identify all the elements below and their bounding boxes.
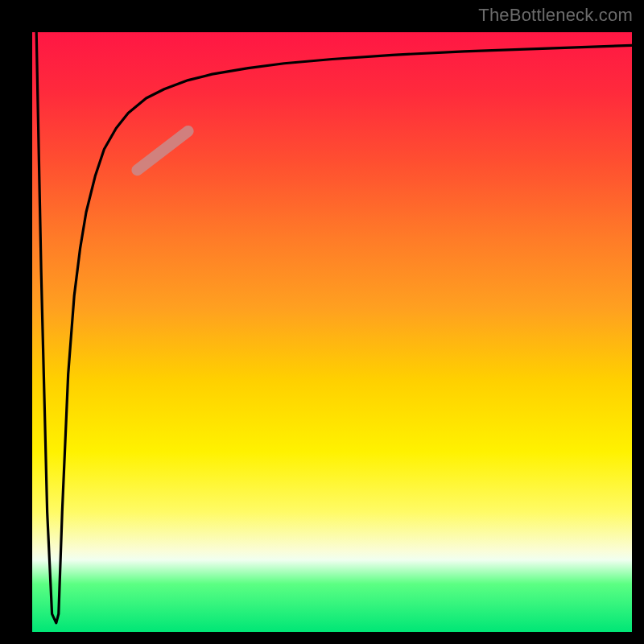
plot-area (32, 32, 632, 632)
chart-frame: TheBottleneck.com (0, 0, 644, 644)
bottleneck-curve (36, 32, 632, 623)
watermark-text: TheBottleneck.com (478, 5, 633, 26)
highlight-segment (137, 131, 188, 170)
curve-layer (32, 32, 632, 632)
